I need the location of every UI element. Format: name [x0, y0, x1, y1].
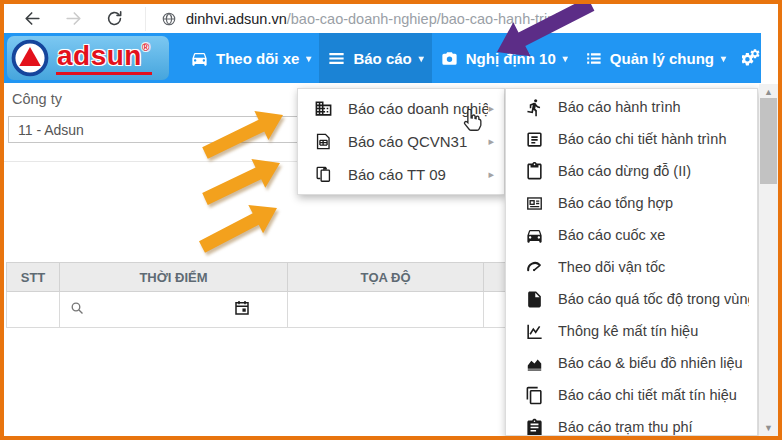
scroll-down-icon[interactable]: ▼ — [759, 423, 778, 433]
company-label: Công ty — [12, 91, 62, 107]
chart-area-icon — [525, 354, 545, 373]
chevron-right-icon: ▸ — [488, 168, 494, 181]
adsun-emblem-icon — [11, 39, 49, 77]
submenu-item[interactable]: Báo cáo cuốc xe — [506, 219, 757, 251]
registered-mark: ® — [142, 42, 150, 53]
run-icon — [525, 98, 545, 117]
url-text: dinhvi.adsun.vn/bao-cao-doanh-nghiep/bao… — [186, 11, 563, 27]
submenu-item[interactable]: Báo cáo chi tiết hành trình — [506, 123, 757, 155]
article-icon — [525, 130, 545, 149]
col-header-thoi-diem: THỜI ĐIỂM — [60, 263, 288, 292]
browser-toolbar: dinhvi.adsun.vn/bao-cao-doanh-nghiep/bao… — [4, 4, 778, 33]
forward-icon[interactable] — [63, 9, 83, 29]
chevron-right-icon: ▸ — [488, 135, 494, 148]
nav-menu-item[interactable]: Theo dõi xe ▾ — [182, 33, 319, 83]
caret-down-icon: ▾ — [563, 53, 568, 64]
calendar-icon[interactable] — [233, 299, 251, 317]
caret-down-icon: ▾ — [306, 53, 311, 64]
company-select-value: 11 - Adsun — [18, 122, 84, 138]
list-icon — [584, 49, 603, 68]
main-menu: Theo dõi xe ▾ Báo cáo ▾ Nghị định 10 ▾ Q… — [182, 33, 782, 83]
submenu-item[interactable]: Theo dõi vận tốc — [506, 251, 757, 283]
clipboard-icon — [525, 162, 545, 181]
submenu-item[interactable]: Thông kê mất tín hiệu — [506, 315, 757, 347]
caret-down-icon: ▾ — [419, 53, 424, 64]
page-scrollbar[interactable]: ▲ ▼ — [759, 84, 778, 436]
submenu-item[interactable]: Báo cáo quá tốc độ trong vùng — [506, 283, 757, 315]
submenu-item[interactable]: Báo cáo hành trình — [506, 91, 757, 123]
filter-cell-toa-do[interactable] — [288, 292, 484, 328]
doc-table-icon — [314, 132, 334, 151]
caret-down-icon: ▾ — [721, 53, 726, 64]
col-header-toa-do: TỌA ĐỘ — [288, 263, 484, 292]
clipboard-list-icon — [525, 418, 545, 437]
back-icon[interactable] — [22, 9, 42, 29]
scroll-up-icon[interactable]: ▲ — [759, 87, 778, 97]
filter-cell-stt — [7, 292, 60, 328]
building-icon — [314, 99, 334, 118]
reorder-icon — [327, 49, 346, 68]
col-header-stt: STT — [7, 263, 60, 292]
address-bar[interactable]: dinhvi.adsun.vn/bao-cao-doanh-nghiep/bao… — [145, 7, 778, 31]
bao-cao-dropdown-menu: Báo cáo doanh nghiệp ▸ Báo cáo QCVN31 ▸ … — [297, 88, 505, 195]
camera-icon — [440, 49, 459, 68]
globe-icon — [161, 11, 177, 27]
nav-menu-item[interactable]: Quản lý chung ▾ — [576, 33, 734, 83]
brand-text: adsun® — [56, 42, 152, 75]
nav-menu-item[interactable]: Nghị định 10 ▾ — [432, 33, 576, 83]
submenu-item[interactable]: Báo cáo dừng đỗ (II) — [506, 155, 757, 187]
chart-line-icon — [525, 322, 545, 341]
clipboard-copy-icon — [314, 165, 334, 184]
gears-icon — [742, 49, 761, 68]
car-icon — [190, 49, 209, 68]
scrollbar-thumb[interactable] — [760, 98, 777, 184]
pages-icon — [525, 386, 545, 405]
chevron-right-icon: ▸ — [488, 102, 494, 115]
nav-menu-item[interactable]: Quản trị ▾ — [734, 33, 782, 83]
nav-menu-item[interactable]: Báo cáo ▾ — [319, 33, 431, 83]
submenu-item[interactable]: Báo cáo chi tiết mất tín hiệu — [506, 379, 757, 411]
car-dark-icon — [525, 226, 545, 245]
search-icon — [69, 300, 85, 316]
doc-filled-icon — [525, 290, 545, 309]
newspaper-icon — [525, 194, 545, 213]
submenu-item[interactable]: Báo cáo tổng hợp — [506, 187, 757, 219]
adsun-logo[interactable]: adsun® — [7, 36, 169, 80]
doanh-nghiep-submenu: Báo cáo hành trình Báo cáo chi tiết hành… — [505, 88, 758, 436]
speedometer-icon — [525, 258, 545, 277]
url-domain: dinhvi.adsun.vn — [186, 11, 287, 27]
dropdown-item[interactable]: Báo cáo QCVN31 ▸ — [298, 125, 504, 158]
refresh-icon[interactable] — [104, 9, 124, 29]
app-navbar: adsun® Theo dõi xe ▾ Báo cáo ▾ Nghị định… — [4, 33, 761, 83]
dropdown-item[interactable]: Báo cáo doanh nghiệp ▸ — [298, 92, 504, 125]
filter-cell-thoi-diem[interactable] — [60, 292, 288, 328]
submenu-item[interactable]: Báo cáo trạm thu phí — [506, 411, 757, 436]
url-path: /bao-cao-doanh-nghiep/bao-cao-hanh-trinh — [287, 11, 564, 27]
submenu-item[interactable]: Báo cáo & biểu đồ nhiên liệu — [506, 347, 757, 379]
dropdown-item[interactable]: Báo cáo TT 09 ▸ — [298, 158, 504, 191]
